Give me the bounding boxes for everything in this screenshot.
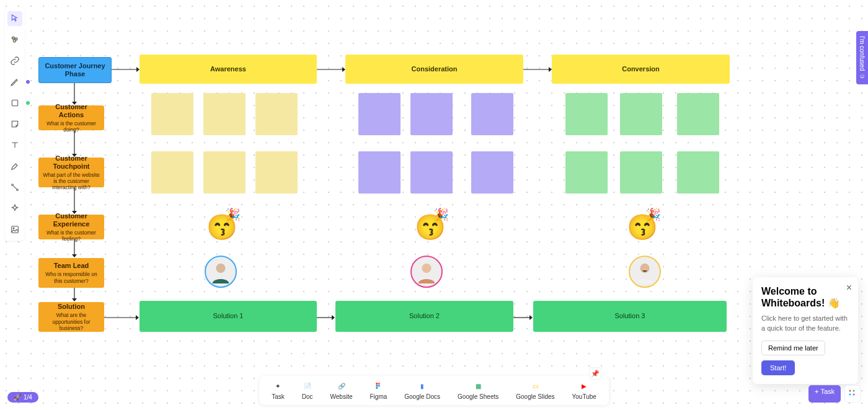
sticky[interactable] <box>203 93 246 135</box>
arrow-down-icon <box>71 187 78 215</box>
sticky-tool[interactable] <box>7 117 22 131</box>
row-solution[interactable]: Solution What are the opportunities for … <box>38 302 104 332</box>
insert-task[interactable]: ✦Task <box>272 381 285 400</box>
emoji-party-face-icon[interactable]: 😙 <box>206 211 238 243</box>
svg-point-23 <box>378 383 381 385</box>
sticky[interactable] <box>471 93 513 135</box>
row-title: Team Lead <box>54 262 89 270</box>
welcome-popover: × Welcome to Whiteboards! 👋 Click here t… <box>753 277 858 384</box>
insert-website[interactable]: 🔗Website <box>330 381 353 400</box>
connector-tool[interactable] <box>7 180 22 195</box>
sticky[interactable] <box>410 93 453 135</box>
close-icon[interactable]: × <box>846 282 852 293</box>
sticky[interactable] <box>358 93 401 135</box>
insert-figma[interactable]: Figma <box>370 381 387 400</box>
arrow-right-icon <box>104 314 140 321</box>
arrow-right-icon <box>317 66 345 73</box>
rocket-icon: 🚀 <box>14 394 21 401</box>
solution-block[interactable]: Solution 2 <box>335 301 513 332</box>
row-subtitle: Who is responsible on this customer? <box>42 271 100 283</box>
image-tool[interactable] <box>7 222 22 237</box>
sticky[interactable] <box>151 151 193 194</box>
sticky[interactable] <box>565 151 608 194</box>
emoji-party-face-icon[interactable]: 😙 <box>626 211 658 243</box>
svg-point-0 <box>12 37 14 39</box>
sticky[interactable] <box>203 151 246 194</box>
insert-label: Google Slides <box>516 393 554 400</box>
confused-label: I'm confused <box>859 36 866 71</box>
header-block[interactable]: Customer Journey Phase <box>38 57 112 83</box>
insert-doc[interactable]: 📄Doc <box>302 381 313 400</box>
sparkle-tool[interactable] <box>7 201 22 216</box>
insert-youtube[interactable]: ▶YouTube <box>572 381 596 400</box>
shape-tool[interactable] <box>7 96 22 110</box>
sticky[interactable] <box>151 93 193 135</box>
svg-point-28 <box>853 390 855 392</box>
phase-consideration[interactable]: Consideration <box>345 55 523 84</box>
cursor-tool[interactable] <box>7 11 22 26</box>
remind-later-button[interactable]: Remind me later <box>761 341 825 355</box>
row-teamlead[interactable]: Team Lead Who is responsible on this cus… <box>38 258 104 288</box>
insert-label: Doc <box>302 393 313 400</box>
svg-point-2 <box>13 40 16 42</box>
avatar[interactable] <box>205 256 237 288</box>
insert-googlesheets[interactable]: ▦Google Sheets <box>458 381 498 400</box>
bottom-right-controls: + Task <box>808 385 861 403</box>
sticky[interactable] <box>471 151 513 194</box>
svg-point-8 <box>216 264 225 273</box>
insert-label: Google Docs <box>404 393 440 400</box>
solution-block[interactable]: Solution 3 <box>533 301 727 332</box>
popover-title: Welcome to Whiteboards! 👋 <box>761 286 849 309</box>
svg-point-9 <box>422 264 431 273</box>
row-touchpoint[interactable]: Customer Touchpoint What part of the web… <box>38 158 104 187</box>
sticky[interactable] <box>358 151 401 194</box>
insert-label: Google Sheets <box>458 393 498 400</box>
phase-conversion[interactable]: Conversion <box>552 55 730 84</box>
arrow-down-icon <box>71 130 78 158</box>
popover-desc: Click here to get started with a quick t… <box>761 314 849 333</box>
sticky[interactable] <box>410 151 453 194</box>
confused-tab[interactable]: I'm confused ☺ <box>856 31 868 84</box>
arrow-down-icon <box>71 239 78 258</box>
svg-rect-3 <box>12 100 17 105</box>
start-button[interactable]: Start! <box>761 360 795 375</box>
apps-grid-button[interactable] <box>844 385 861 403</box>
pin-icon[interactable]: 📌 <box>589 367 601 380</box>
solution-block[interactable]: Solution 1 <box>140 301 317 332</box>
sticky[interactable] <box>677 93 719 135</box>
svg-point-26 <box>376 387 378 390</box>
nav-pill[interactable]: 🚀 1/4 <box>7 392 38 403</box>
ai-tool[interactable] <box>7 32 22 47</box>
row-actions[interactable]: Customer Actions What is the customer do… <box>38 105 104 130</box>
avatar[interactable] <box>410 256 443 288</box>
add-task-button[interactable]: + Task <box>808 385 841 403</box>
highlighter-tool[interactable] <box>7 159 22 174</box>
link-tool[interactable] <box>7 53 22 68</box>
avatar[interactable] <box>629 256 661 288</box>
svg-point-4 <box>12 184 14 186</box>
row-experience[interactable]: Customer Experience What is the customer… <box>38 215 104 239</box>
svg-point-5 <box>17 189 19 191</box>
svg-point-25 <box>378 385 381 387</box>
text-tool[interactable] <box>7 138 22 153</box>
sticky[interactable] <box>620 151 662 194</box>
emoji-party-face-icon[interactable]: 😙 <box>414 211 446 243</box>
insert-googledocs[interactable]: ▮Google Docs <box>404 381 440 400</box>
svg-point-22 <box>376 383 378 385</box>
sticky[interactable] <box>565 93 608 135</box>
pen-tool[interactable] <box>7 74 22 89</box>
left-toolbar <box>5 7 25 241</box>
insert-label: Figma <box>370 393 387 400</box>
row-title: Solution <box>58 303 85 311</box>
sticky[interactable] <box>677 151 719 194</box>
svg-point-27 <box>849 390 851 392</box>
sticky[interactable] <box>255 93 298 135</box>
arrow-right-icon <box>317 314 335 321</box>
phase-awareness[interactable]: Awareness <box>140 55 317 84</box>
arrow-down-icon <box>71 83 78 105</box>
sticky[interactable] <box>255 151 298 194</box>
arrow-right-icon <box>513 314 533 321</box>
insert-googleslides[interactable]: ▭Google Slides <box>516 381 554 400</box>
insert-label: Website <box>330 393 353 400</box>
sticky[interactable] <box>620 93 662 135</box>
